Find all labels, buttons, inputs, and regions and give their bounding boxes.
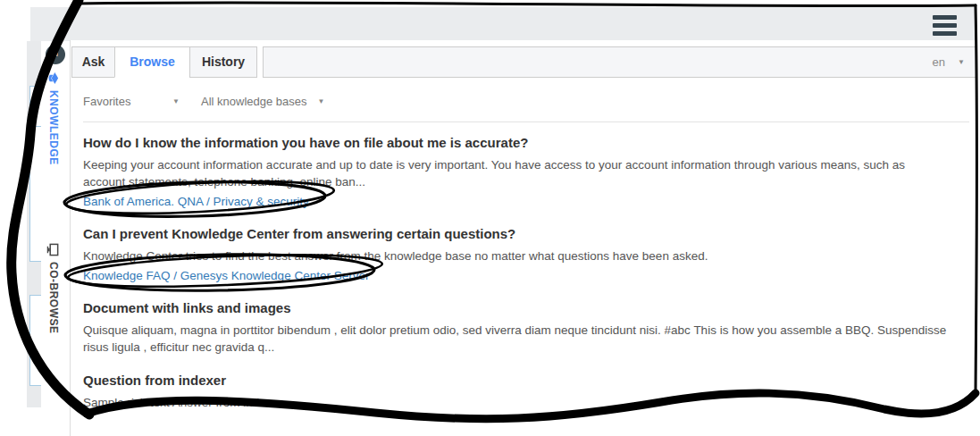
result-snippet: Knowledge Center tries to find the best … xyxy=(83,247,948,264)
monitor-icon xyxy=(47,243,61,256)
knowledge-bases-label: All knowledge bases xyxy=(201,95,307,108)
sidebar-item-label: CO-BROWSE xyxy=(47,262,60,334)
hamburger-bar xyxy=(933,23,957,28)
sidebar-item-label: KNOWLEDGE xyxy=(47,90,60,165)
background-widget xyxy=(29,295,42,386)
hamburger-menu-icon[interactable] xyxy=(933,12,957,39)
tab-strip: en ▼ xyxy=(263,46,976,78)
collapse-button[interactable]: ◄ xyxy=(46,45,65,64)
top-bar xyxy=(30,7,976,42)
tab-history[interactable]: History xyxy=(189,46,257,78)
favorites-dropdown[interactable]: Favorites ▼ xyxy=(83,95,180,108)
sidebar-item-knowledge[interactable]: KNOWLEDGE xyxy=(44,71,63,170)
result-item: How do I know the information you have o… xyxy=(83,135,948,209)
background-widget xyxy=(29,86,42,127)
result-snippet: Keeping your account information accurat… xyxy=(83,156,948,190)
result-title[interactable]: Question from indexer xyxy=(83,373,948,388)
results-list: How do I know the information you have o… xyxy=(83,135,948,428)
language-value: en xyxy=(933,55,945,69)
result-source-link[interactable]: Knowledge FAQ / Genesys Knowledge Center… xyxy=(83,269,369,282)
divider xyxy=(83,122,969,122)
sketch-border-top xyxy=(77,3,976,6)
result-item: Question from indexer Sample rich text A… xyxy=(83,373,948,411)
result-item: Can I prevent Knowledge Center from answ… xyxy=(83,226,948,283)
result-snippet: Quisque aliquam, magna in porttitor bibe… xyxy=(83,322,948,356)
result-title[interactable]: Document with links and images xyxy=(83,300,948,315)
result-title[interactable]: How do I know the information you have o… xyxy=(83,135,948,150)
chevron-down-icon: ▼ xyxy=(172,97,180,105)
result-title[interactable]: Can I prevent Knowledge Center from answ… xyxy=(83,226,948,241)
filter-row: Favorites ▼ All knowledge bases ▼ xyxy=(83,95,324,108)
favorites-label: Favorites xyxy=(83,95,130,108)
background-widget xyxy=(29,126,42,262)
chevron-down-icon: ▼ xyxy=(958,58,965,66)
result-item: Document with links and images Quisque a… xyxy=(83,300,948,356)
hamburger-bar xyxy=(933,15,957,20)
knowledge-bases-dropdown[interactable]: All knowledge bases ▼ xyxy=(201,95,324,108)
language-selector[interactable]: en ▼ xyxy=(933,47,965,77)
result-source-link[interactable]: Bank of America. QNA / Privacy & securit… xyxy=(83,195,309,208)
tab-ask[interactable]: Ask xyxy=(71,46,115,78)
graduation-cap-icon xyxy=(47,71,61,85)
result-snippet: Sample rich text Answer from indexer xyxy=(83,394,948,411)
sidebar-item-cobrowse[interactable]: CO-BROWSE xyxy=(44,243,63,350)
tab-browse[interactable]: Browse xyxy=(114,46,190,78)
chevron-down-icon: ▼ xyxy=(318,97,325,105)
hamburger-bar xyxy=(933,31,957,36)
